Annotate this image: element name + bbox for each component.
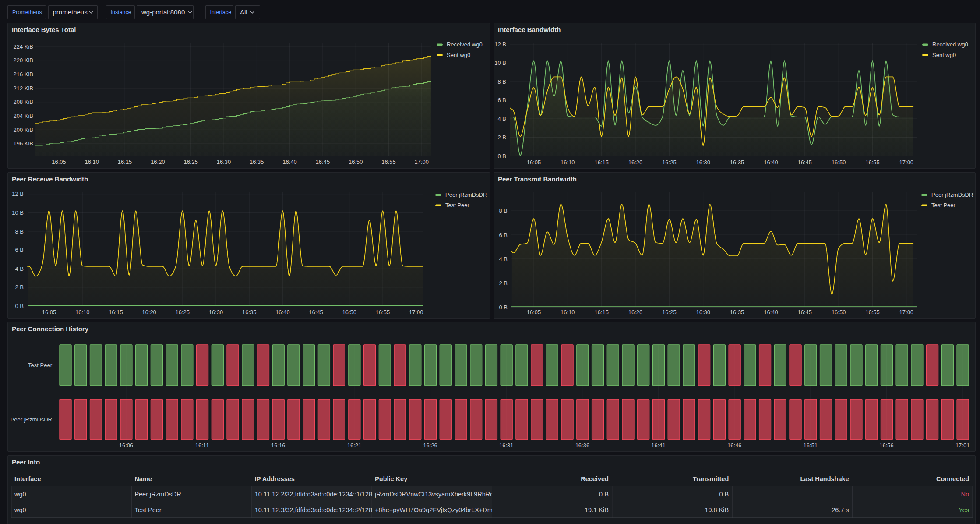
svg-text:16:11: 16:11 [195, 442, 209, 449]
svg-text:Test Peer: Test Peer [28, 362, 53, 368]
svg-text:8 B: 8 B [497, 78, 506, 85]
svg-text:16:15: 16:15 [594, 309, 609, 315]
svg-text:4 B: 4 B [499, 256, 508, 262]
svg-text:16:30: 16:30 [696, 309, 710, 315]
svg-text:16:30: 16:30 [696, 159, 710, 166]
svg-text:16:05: 16:05 [527, 309, 541, 315]
svg-text:16:45: 16:45 [309, 309, 323, 315]
svg-text:16:45: 16:45 [798, 309, 812, 315]
svg-text:16:50: 16:50 [342, 309, 357, 315]
svg-text:16:15: 16:15 [109, 309, 123, 315]
svg-text:16:50: 16:50 [832, 309, 846, 315]
svg-text:16:10: 16:10 [561, 309, 575, 315]
svg-text:16:25: 16:25 [662, 309, 677, 315]
svg-text:2 B: 2 B [497, 134, 506, 141]
svg-text:10 B: 10 B [12, 209, 24, 216]
svg-text:0 B: 0 B [15, 303, 24, 309]
svg-text:12 B: 12 B [12, 191, 24, 197]
svg-text:16:55: 16:55 [865, 159, 880, 166]
svg-text:16:15: 16:15 [594, 159, 609, 166]
svg-text:16:20: 16:20 [142, 309, 156, 315]
svg-text:16:10: 16:10 [561, 159, 575, 166]
svg-text:17:00: 17:00 [899, 159, 914, 166]
svg-text:4 B: 4 B [497, 116, 506, 122]
svg-text:16:45: 16:45 [316, 159, 330, 165]
svg-text:16:35: 16:35 [730, 309, 744, 315]
svg-text:196 KiB: 196 KiB [13, 140, 33, 147]
svg-text:212 KiB: 212 KiB [13, 85, 33, 92]
svg-text:200 KiB: 200 KiB [13, 127, 33, 133]
svg-text:17:00: 17:00 [899, 309, 914, 315]
svg-text:Sent wg0: Sent wg0 [447, 52, 470, 58]
svg-text:Peer jRzmDsDR: Peer jRzmDsDR [445, 191, 487, 198]
svg-text:16:55: 16:55 [865, 309, 880, 315]
svg-text:16:40: 16:40 [764, 159, 778, 166]
svg-text:208 KiB: 208 KiB [13, 99, 33, 105]
svg-text:16:25: 16:25 [183, 159, 198, 165]
svg-text:16:30: 16:30 [217, 159, 231, 165]
svg-text:6 B: 6 B [15, 247, 24, 253]
svg-text:6 B: 6 B [499, 232, 508, 238]
svg-text:16:31: 16:31 [499, 442, 514, 449]
svg-text:16:35: 16:35 [242, 309, 257, 315]
svg-text:17:00: 17:00 [409, 309, 423, 315]
svg-text:16:06: 16:06 [119, 442, 134, 449]
svg-text:16:30: 16:30 [209, 309, 223, 315]
svg-text:2 B: 2 B [499, 280, 508, 287]
svg-text:16:25: 16:25 [176, 309, 190, 315]
svg-text:216 KiB: 216 KiB [13, 71, 33, 78]
svg-text:16:35: 16:35 [730, 159, 744, 166]
svg-text:Peer jRzmDsDR: Peer jRzmDsDR [931, 191, 973, 198]
svg-text:16:16: 16:16 [271, 442, 286, 449]
svg-text:224 KiB: 224 KiB [13, 43, 33, 50]
svg-text:16:15: 16:15 [118, 159, 132, 165]
svg-text:6 B: 6 B [497, 97, 506, 103]
svg-text:16:56: 16:56 [879, 442, 894, 449]
svg-text:16:36: 16:36 [575, 442, 590, 449]
svg-text:16:05: 16:05 [42, 309, 56, 315]
svg-text:Test Peer: Test Peer [445, 202, 470, 209]
svg-text:Sent wg0: Sent wg0 [932, 52, 956, 58]
svg-text:16:51: 16:51 [804, 442, 818, 449]
svg-text:16:55: 16:55 [381, 159, 396, 165]
svg-text:16:05: 16:05 [52, 159, 66, 165]
svg-text:10 B: 10 B [494, 60, 506, 66]
svg-text:16:40: 16:40 [764, 309, 778, 315]
svg-text:16:21: 16:21 [347, 442, 362, 449]
svg-text:16:35: 16:35 [250, 159, 264, 165]
svg-text:16:10: 16:10 [75, 309, 90, 315]
svg-text:17:00: 17:00 [415, 159, 429, 165]
svg-text:Received wg0: Received wg0 [447, 41, 483, 48]
svg-text:12 B: 12 B [494, 41, 506, 48]
svg-text:16:26: 16:26 [423, 442, 437, 449]
svg-text:16:45: 16:45 [798, 159, 812, 166]
svg-text:Received wg0: Received wg0 [932, 41, 968, 48]
svg-text:2 B: 2 B [15, 284, 24, 290]
svg-text:16:05: 16:05 [527, 159, 541, 166]
svg-text:220 KiB: 220 KiB [13, 57, 33, 64]
svg-text:8 B: 8 B [499, 208, 508, 214]
svg-text:Peer jRzmDsDR: Peer jRzmDsDR [11, 416, 52, 423]
svg-text:16:55: 16:55 [376, 309, 390, 315]
svg-text:16:10: 16:10 [85, 159, 99, 165]
svg-text:17:01: 17:01 [955, 442, 970, 449]
svg-text:0 B: 0 B [497, 153, 506, 159]
svg-text:8 B: 8 B [15, 228, 24, 235]
svg-text:16:46: 16:46 [727, 442, 742, 449]
svg-text:16:50: 16:50 [349, 159, 363, 165]
svg-text:16:20: 16:20 [628, 309, 643, 315]
svg-text:16:40: 16:40 [282, 159, 297, 165]
svg-text:16:40: 16:40 [275, 309, 290, 315]
svg-text:0 B: 0 B [499, 304, 508, 311]
svg-text:16:20: 16:20 [628, 159, 643, 166]
svg-text:204 KiB: 204 KiB [13, 113, 33, 119]
svg-text:Test Peer: Test Peer [931, 202, 956, 209]
svg-text:16:20: 16:20 [151, 159, 165, 165]
svg-text:16:41: 16:41 [651, 442, 666, 449]
svg-text:16:25: 16:25 [662, 159, 677, 166]
svg-text:16:50: 16:50 [832, 159, 846, 166]
svg-text:4 B: 4 B [15, 266, 24, 272]
